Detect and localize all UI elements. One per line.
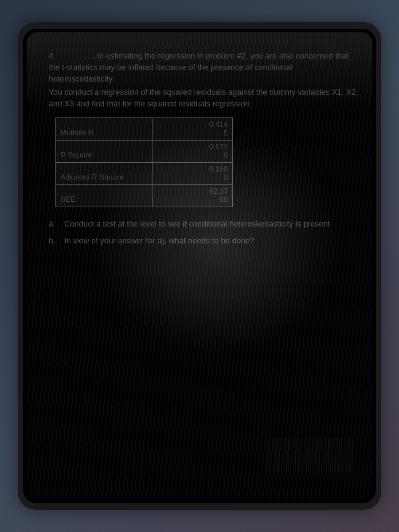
value-line1: 0.171	[209, 143, 228, 151]
stat-value: 0.160 0	[153, 162, 233, 184]
screen-glare	[266, 438, 355, 473]
stat-label: Adjusted R Square	[56, 162, 153, 184]
value-line1: 0.414	[209, 120, 228, 129]
stat-label: R Square	[56, 140, 153, 162]
stat-value: 0.414 5	[153, 118, 233, 140]
sub-text-a: Conduct a test at the level to see if co…	[64, 218, 359, 230]
value-line2: 0	[224, 173, 228, 182]
value-line2: 60	[219, 196, 228, 204]
document-screen: 4. . . , in estimating the regression in…	[27, 32, 372, 500]
question-number: 4. . . , in estimating the regression in…	[49, 50, 359, 85]
table-row: R Square 0.171 8	[56, 140, 233, 162]
value-line2: 8	[224, 151, 228, 160]
value-line2: 5	[224, 129, 228, 137]
question-intro-2: You conduct a regression of the squared …	[49, 86, 359, 110]
subquestion-b: b. In view of your answer for a), what n…	[49, 235, 359, 246]
regression-table: Multiple R 0.414 5 R Square 0.171 8	[55, 117, 233, 207]
subquestion-a: a. Conduct a test at the level to see if…	[49, 218, 359, 230]
stat-label: Multiple R	[56, 118, 153, 140]
stat-value: 92.37 60	[153, 184, 233, 207]
table-row: SEE 92.37 60	[56, 184, 233, 207]
phone-frame: 4. . . , in estimating the regression in…	[18, 22, 381, 510]
table-row: Adjusted R Square 0.160 0	[56, 162, 233, 184]
value-line1: 92.37	[209, 187, 228, 196]
value-line1: 0.160	[209, 165, 228, 173]
question-intro-1: . . , in estimating the regression in pr…	[49, 51, 348, 83]
sub-text-b: In view of your answer for a), what need…	[64, 235, 359, 246]
table-row: Multiple R 0.414 5	[56, 118, 233, 140]
q-num-text: 4.	[49, 51, 55, 60]
phone-inner: 4. . . , in estimating the regression in…	[23, 29, 376, 503]
stat-value: 0.171 8	[153, 140, 233, 162]
stat-label: SEE	[56, 184, 153, 207]
sub-label-b: b.	[49, 235, 64, 246]
sub-label-a: a.	[49, 218, 64, 230]
